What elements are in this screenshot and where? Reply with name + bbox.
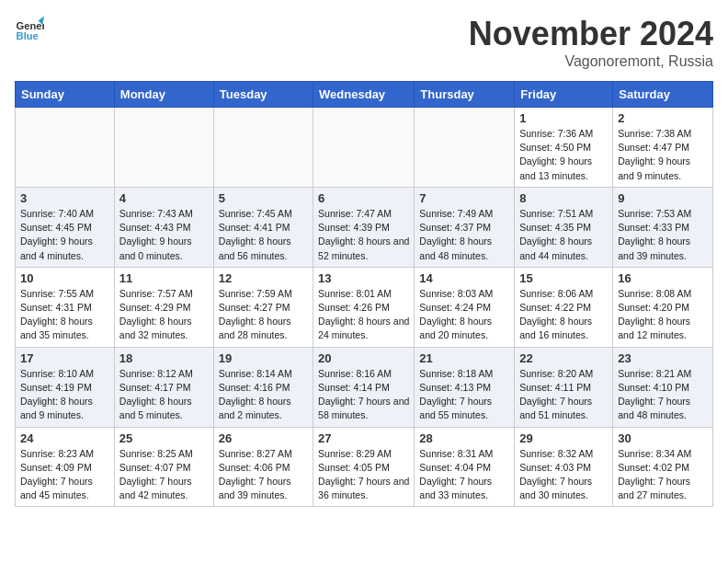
day-info: Sunrise: 8:21 AMSunset: 4:10 PMDaylight:… bbox=[618, 367, 708, 423]
calendar-day-cell: 5Sunrise: 7:45 AMSunset: 4:41 PMDaylight… bbox=[213, 187, 313, 267]
logo-icon: General Blue bbox=[15, 15, 44, 44]
weekday-header-row: SundayMondayTuesdayWednesdayThursdayFrid… bbox=[16, 82, 713, 108]
svg-text:Blue: Blue bbox=[17, 30, 39, 41]
day-number: 18 bbox=[119, 351, 209, 365]
calendar-day-cell: 20Sunrise: 8:16 AMSunset: 4:14 PMDayligh… bbox=[313, 347, 415, 427]
day-number: 10 bbox=[20, 271, 109, 285]
calendar-day-cell: 21Sunrise: 8:18 AMSunset: 4:13 PMDayligh… bbox=[415, 347, 515, 427]
weekday-header-monday: Monday bbox=[114, 82, 213, 108]
day-number: 26 bbox=[219, 431, 308, 445]
day-number: 8 bbox=[519, 191, 608, 205]
calendar: SundayMondayTuesdayWednesdayThursdayFrid… bbox=[15, 81, 713, 507]
calendar-day-cell: 8Sunrise: 7:51 AMSunset: 4:35 PMDaylight… bbox=[515, 187, 613, 267]
calendar-week-row: 1Sunrise: 7:36 AMSunset: 4:50 PMDaylight… bbox=[16, 108, 713, 188]
day-info: Sunrise: 7:57 AMSunset: 4:29 PMDaylight:… bbox=[119, 287, 209, 343]
calendar-week-row: 3Sunrise: 7:40 AMSunset: 4:45 PMDaylight… bbox=[16, 187, 713, 267]
day-number: 9 bbox=[618, 191, 708, 205]
calendar-day-cell: 6Sunrise: 7:47 AMSunset: 4:39 PMDaylight… bbox=[313, 187, 415, 267]
day-number: 14 bbox=[419, 271, 509, 285]
calendar-day-cell: 4Sunrise: 7:43 AMSunset: 4:43 PMDaylight… bbox=[114, 187, 213, 267]
calendar-day-cell: 19Sunrise: 8:14 AMSunset: 4:16 PMDayligh… bbox=[213, 347, 313, 427]
day-number: 4 bbox=[119, 191, 209, 205]
calendar-day-cell: 14Sunrise: 8:03 AMSunset: 4:24 PMDayligh… bbox=[415, 267, 515, 347]
day-number: 17 bbox=[20, 351, 109, 365]
calendar-day-cell: 28Sunrise: 8:31 AMSunset: 4:04 PMDayligh… bbox=[415, 427, 515, 507]
month-title: November 2024 bbox=[469, 15, 713, 53]
calendar-day-cell: 12Sunrise: 7:59 AMSunset: 4:27 PMDayligh… bbox=[213, 267, 313, 347]
day-number: 3 bbox=[20, 191, 109, 205]
calendar-day-cell: 13Sunrise: 8:01 AMSunset: 4:26 PMDayligh… bbox=[313, 267, 415, 347]
calendar-day-cell bbox=[114, 108, 213, 188]
day-info: Sunrise: 8:27 AMSunset: 4:06 PMDaylight:… bbox=[219, 447, 308, 503]
calendar-week-row: 17Sunrise: 8:10 AMSunset: 4:19 PMDayligh… bbox=[16, 347, 713, 427]
day-info: Sunrise: 7:49 AMSunset: 4:37 PMDaylight:… bbox=[419, 207, 509, 263]
day-info: Sunrise: 7:47 AMSunset: 4:39 PMDaylight:… bbox=[318, 207, 409, 263]
day-number: 12 bbox=[219, 271, 308, 285]
day-number: 22 bbox=[519, 351, 608, 365]
logo: General Blue bbox=[15, 15, 44, 44]
calendar-day-cell: 9Sunrise: 7:53 AMSunset: 4:33 PMDaylight… bbox=[613, 187, 713, 267]
day-info: Sunrise: 7:45 AMSunset: 4:41 PMDaylight:… bbox=[219, 207, 308, 263]
day-info: Sunrise: 8:25 AMSunset: 4:07 PMDaylight:… bbox=[119, 447, 209, 503]
calendar-header: SundayMondayTuesdayWednesdayThursdayFrid… bbox=[16, 82, 713, 108]
day-info: Sunrise: 7:38 AMSunset: 4:47 PMDaylight:… bbox=[618, 127, 708, 183]
title-area: November 2024 Vagonoremont, Russia bbox=[469, 15, 713, 70]
day-number: 11 bbox=[119, 271, 209, 285]
day-info: Sunrise: 8:31 AMSunset: 4:04 PMDaylight:… bbox=[419, 447, 509, 503]
day-number: 5 bbox=[219, 191, 308, 205]
day-number: 16 bbox=[618, 271, 708, 285]
day-number: 13 bbox=[318, 271, 409, 285]
weekday-header-saturday: Saturday bbox=[613, 82, 713, 108]
day-info: Sunrise: 8:14 AMSunset: 4:16 PMDaylight:… bbox=[219, 367, 308, 423]
calendar-body: 1Sunrise: 7:36 AMSunset: 4:50 PMDaylight… bbox=[16, 108, 713, 507]
day-number: 7 bbox=[419, 191, 509, 205]
header: General Blue November 2024 Vagonoremont,… bbox=[15, 15, 713, 70]
weekday-header-wednesday: Wednesday bbox=[313, 82, 415, 108]
day-number: 25 bbox=[119, 431, 209, 445]
calendar-day-cell: 1Sunrise: 7:36 AMSunset: 4:50 PMDaylight… bbox=[515, 108, 613, 188]
day-info: Sunrise: 7:59 AMSunset: 4:27 PMDaylight:… bbox=[219, 287, 308, 343]
weekday-header-friday: Friday bbox=[515, 82, 613, 108]
day-info: Sunrise: 7:55 AMSunset: 4:31 PMDaylight:… bbox=[20, 287, 109, 343]
day-info: Sunrise: 8:16 AMSunset: 4:14 PMDaylight:… bbox=[318, 367, 409, 423]
day-info: Sunrise: 7:51 AMSunset: 4:35 PMDaylight:… bbox=[519, 207, 608, 263]
day-info: Sunrise: 7:53 AMSunset: 4:33 PMDaylight:… bbox=[618, 207, 708, 263]
day-info: Sunrise: 8:18 AMSunset: 4:13 PMDaylight:… bbox=[419, 367, 509, 423]
day-info: Sunrise: 8:12 AMSunset: 4:17 PMDaylight:… bbox=[119, 367, 209, 423]
day-number: 28 bbox=[419, 431, 509, 445]
weekday-header-thursday: Thursday bbox=[415, 82, 515, 108]
weekday-header-sunday: Sunday bbox=[16, 82, 115, 108]
calendar-day-cell: 22Sunrise: 8:20 AMSunset: 4:11 PMDayligh… bbox=[515, 347, 613, 427]
day-number: 29 bbox=[519, 431, 608, 445]
day-number: 2 bbox=[618, 111, 708, 125]
calendar-day-cell: 25Sunrise: 8:25 AMSunset: 4:07 PMDayligh… bbox=[114, 427, 213, 507]
day-info: Sunrise: 8:20 AMSunset: 4:11 PMDaylight:… bbox=[519, 367, 608, 423]
calendar-day-cell: 11Sunrise: 7:57 AMSunset: 4:29 PMDayligh… bbox=[114, 267, 213, 347]
calendar-day-cell: 16Sunrise: 8:08 AMSunset: 4:20 PMDayligh… bbox=[613, 267, 713, 347]
calendar-week-row: 24Sunrise: 8:23 AMSunset: 4:09 PMDayligh… bbox=[16, 427, 713, 507]
calendar-day-cell: 17Sunrise: 8:10 AMSunset: 4:19 PMDayligh… bbox=[16, 347, 115, 427]
day-number: 30 bbox=[618, 431, 708, 445]
day-info: Sunrise: 8:32 AMSunset: 4:03 PMDaylight:… bbox=[519, 447, 608, 503]
calendar-day-cell: 27Sunrise: 8:29 AMSunset: 4:05 PMDayligh… bbox=[313, 427, 415, 507]
calendar-day-cell: 24Sunrise: 8:23 AMSunset: 4:09 PMDayligh… bbox=[16, 427, 115, 507]
calendar-day-cell: 2Sunrise: 7:38 AMSunset: 4:47 PMDaylight… bbox=[613, 108, 713, 188]
location: Vagonoremont, Russia bbox=[469, 53, 713, 70]
calendar-day-cell bbox=[16, 108, 115, 188]
day-info: Sunrise: 8:06 AMSunset: 4:22 PMDaylight:… bbox=[519, 287, 608, 343]
calendar-day-cell: 29Sunrise: 8:32 AMSunset: 4:03 PMDayligh… bbox=[515, 427, 613, 507]
calendar-day-cell: 10Sunrise: 7:55 AMSunset: 4:31 PMDayligh… bbox=[16, 267, 115, 347]
day-number: 23 bbox=[618, 351, 708, 365]
day-number: 20 bbox=[318, 351, 409, 365]
day-info: Sunrise: 7:36 AMSunset: 4:50 PMDaylight:… bbox=[519, 127, 608, 183]
day-info: Sunrise: 8:34 AMSunset: 4:02 PMDaylight:… bbox=[618, 447, 708, 503]
day-number: 6 bbox=[318, 191, 409, 205]
calendar-day-cell bbox=[213, 108, 313, 188]
calendar-day-cell: 18Sunrise: 8:12 AMSunset: 4:17 PMDayligh… bbox=[114, 347, 213, 427]
calendar-day-cell: 26Sunrise: 8:27 AMSunset: 4:06 PMDayligh… bbox=[213, 427, 313, 507]
day-number: 1 bbox=[519, 111, 608, 125]
calendar-day-cell bbox=[415, 108, 515, 188]
calendar-day-cell bbox=[313, 108, 415, 188]
calendar-week-row: 10Sunrise: 7:55 AMSunset: 4:31 PMDayligh… bbox=[16, 267, 713, 347]
day-info: Sunrise: 7:43 AMSunset: 4:43 PMDaylight:… bbox=[119, 207, 209, 263]
